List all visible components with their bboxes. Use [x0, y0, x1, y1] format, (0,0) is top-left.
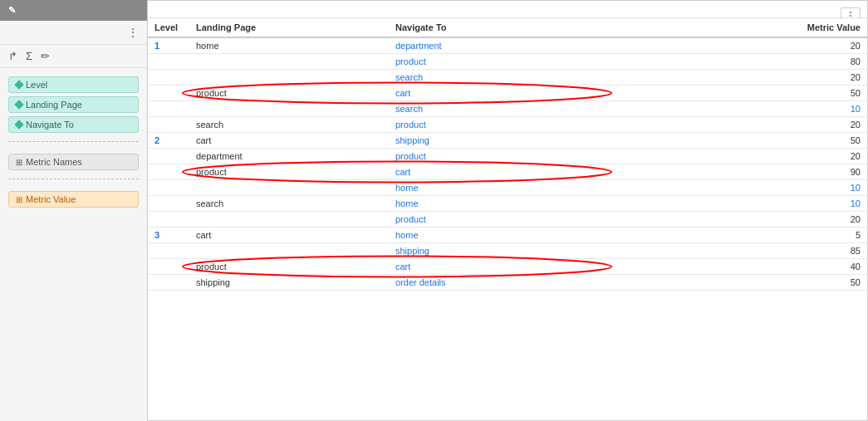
editor-icon: ✎ [8, 5, 17, 16]
cell-value: 50 [605, 86, 867, 101]
table-row: searchproduct20 [148, 117, 867, 133]
cell-value: 20 [605, 149, 867, 164]
cell-landing: search [189, 196, 389, 212]
cell-navigate: home [389, 196, 605, 212]
pill-level[interactable]: Level [8, 76, 139, 93]
cell-value: 5 [605, 228, 867, 243]
cell-navigate: search [389, 70, 605, 86]
table-row: search10 [148, 101, 867, 117]
col-header-level: Level [148, 18, 189, 37]
cell-navigate: department [389, 37, 605, 54]
cell-value: 85 [605, 243, 867, 259]
cell-value: 80 [605, 54, 867, 70]
pill-metric-names[interactable]: ⊞ Metric Names [8, 154, 139, 170]
pill-metric-names-label: Metric Names [26, 157, 82, 167]
metric-value-icon: ⊞ [16, 195, 22, 204]
pill-metric-value[interactable]: ⊞ Metric Value [8, 191, 139, 208]
pill-navigate-label: Navigate To [26, 120, 74, 130]
table-body: 1homedepartment20product80search20produc… [148, 37, 867, 291]
cell-navigate: home [389, 180, 605, 196]
metric-names-icon: ⊞ [16, 158, 22, 167]
cell-navigate: product [389, 117, 605, 133]
table-row: shippingorder details50 [148, 275, 867, 291]
cell-landing: product [189, 259, 389, 275]
cell-value: 20 [605, 70, 867, 86]
sidebar-viz-menu[interactable]: ⋮ [127, 26, 139, 39]
cell-level [148, 101, 189, 117]
cell-landing: home [189, 37, 389, 54]
cell-value: 50 [605, 133, 867, 149]
cell-navigate: cart [389, 164, 605, 180]
pill-navigate-to[interactable]: Navigate To [8, 116, 139, 133]
cell-landing: shipping [189, 275, 389, 291]
cell-level: 3 [148, 228, 189, 243]
table-row: home10 [148, 180, 867, 196]
table-row: productcart90 [148, 164, 867, 180]
table-row: shipping85 [148, 243, 867, 259]
cell-navigate: cart [389, 259, 605, 275]
viz-title-row: ⋮ [0, 21, 147, 45]
col-header-navigate: Navigate To [389, 18, 605, 37]
cell-value: 20 [605, 117, 867, 133]
divider-1 [8, 141, 139, 142]
cell-navigate: search [389, 101, 605, 117]
table-row: 2cartshipping50 [148, 133, 867, 149]
table-wrapper: Level Landing Page Navigate To Metric Va… [148, 18, 867, 420]
cell-value: 40 [605, 259, 867, 275]
cell-level [148, 54, 189, 70]
cell-level [148, 164, 189, 180]
cell-level [148, 275, 189, 291]
cell-value: 10 [605, 180, 867, 196]
cell-level [148, 212, 189, 228]
table-row: productcart50 [148, 86, 867, 101]
table-row: search20 [148, 70, 867, 86]
pencil-icon[interactable]: ✏ [41, 50, 50, 62]
cell-level: 2 [148, 133, 189, 149]
cell-level [148, 196, 189, 212]
table-row: product80 [148, 54, 867, 70]
cell-landing [189, 54, 389, 70]
cell-level [148, 70, 189, 86]
table-header: Level Landing Page Navigate To Metric Va… [148, 18, 867, 37]
cell-landing [189, 243, 389, 259]
col-header-landing: Landing Page [189, 18, 389, 37]
cell-value: 20 [605, 212, 867, 228]
cell-navigate: product [389, 54, 605, 70]
cell-navigate: shipping [389, 243, 605, 259]
cell-landing: product [189, 86, 389, 101]
cell-landing [189, 180, 389, 196]
cell-level [148, 243, 189, 259]
cell-navigate: product [389, 149, 605, 164]
cell-landing: cart [189, 228, 389, 243]
cell-level [148, 117, 189, 133]
cell-value: 10 [605, 196, 867, 212]
diamond-icon-landing [14, 100, 23, 109]
pill-landing-label: Landing Page [26, 100, 82, 110]
data-table: Level Landing Page Navigate To Metric Va… [148, 18, 867, 291]
cell-value: 50 [605, 275, 867, 291]
rows-section: Level Landing Page Navigate To [0, 68, 147, 140]
cell-navigate: cart [389, 86, 605, 101]
metrics-section: ⊞ Metric Value [0, 183, 147, 214]
pill-metric-value-label: Metric Value [26, 194, 76, 204]
cell-landing: search [189, 117, 389, 133]
diamond-icon-level [14, 80, 23, 89]
cell-landing [189, 101, 389, 117]
cell-landing: department [189, 149, 389, 164]
table-row: productcart40 [148, 259, 867, 275]
cell-landing [189, 212, 389, 228]
cell-landing: cart [189, 133, 389, 149]
sidebar-icons-row: ↱ Σ ✏ [0, 45, 147, 68]
diamond-icon-navigate [14, 120, 23, 129]
editor-header: ✎ [0, 0, 147, 21]
sidebar: ✎ ⋮ ↱ Σ ✏ Level Landing Page Navigate To… [0, 0, 148, 421]
redirect-icon[interactable]: ↱ [8, 50, 17, 62]
sigma-icon[interactable]: Σ [26, 50, 32, 62]
cell-navigate: product [389, 212, 605, 228]
cell-level [148, 149, 189, 164]
cell-landing: product [189, 164, 389, 180]
pill-landing-page[interactable]: Landing Page [8, 96, 139, 113]
cell-value: 20 [605, 37, 867, 54]
cell-landing [189, 70, 389, 86]
cell-level [148, 86, 189, 101]
